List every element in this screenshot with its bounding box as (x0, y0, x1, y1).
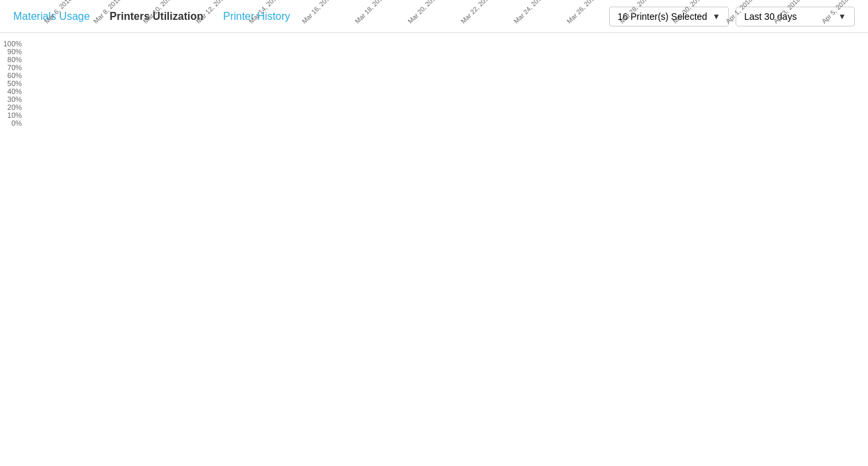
y-label-40: 40% (7, 87, 25, 95)
chart-container: 100% 90% 80% 70% 60% 50% 40% 30% 20% 10%… (0, 33, 868, 53)
y-label-70: 70% (7, 64, 25, 71)
y-label-30: 30% (7, 95, 25, 103)
y-label-100: 100% (3, 40, 25, 48)
y-label-60: 60% (7, 71, 25, 79)
y-label-90: 90% (7, 48, 25, 56)
app-container: Materials Usage Printers Utilization Pri… (0, 0, 868, 53)
y-label-10: 10% (7, 111, 25, 119)
y-label-0: 0% (11, 119, 25, 127)
y-label-20: 20% (7, 103, 25, 111)
x-axis: Mar 6, 2018 Mar 8, 2018 Mar 10, 2018 Mar… (40, 20, 855, 40)
y-label-50: 50% (7, 79, 25, 87)
y-label-80: 80% (7, 56, 25, 64)
